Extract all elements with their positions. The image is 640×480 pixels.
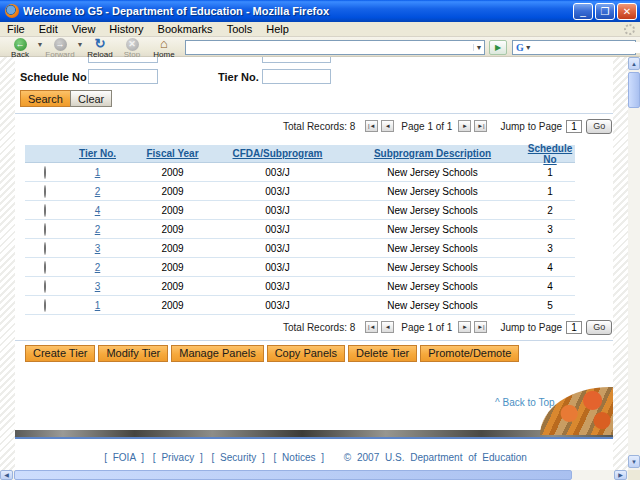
reload-button[interactable]: ↻ Reload [84,38,116,58]
scroll-down-icon[interactable]: ▼ [628,455,640,468]
tier-no-field[interactable] [262,69,331,84]
delete-tier-button[interactable]: Delete Tier [348,345,417,362]
url-bar: ▼ [185,40,485,55]
scroll-up-icon[interactable]: ▲ [628,57,640,70]
home-button[interactable]: ⌂ Home [148,38,180,58]
close-button[interactable]: ✕ [617,3,637,20]
first-page-button[interactable]: |◄ [365,120,378,132]
horizontal-scroll-thumb[interactable] [14,470,572,480]
menu-file[interactable]: File [0,23,32,35]
row-radio-button[interactable] [44,223,46,236]
first-page-button[interactable]: |◄ [365,321,378,333]
truncated-field-1[interactable] [88,57,158,63]
scrollbar-corner [628,470,640,480]
back-button[interactable]: ← Back [4,38,36,58]
horizontal-scrollbar[interactable]: ◀ ▶ [0,470,628,480]
description-cell: New Jersey Schools [340,262,525,273]
restore-button[interactable]: ❐ [595,3,615,20]
header-cfda-subprogram[interactable]: CFDA/Subprogram [215,148,340,159]
back-dropdown-icon[interactable]: ▼ [36,41,44,48]
table-header-row: Tier No. Fiscal Year CFDA/Subprogram Sub… [25,145,575,163]
privacy-link[interactable]: [ Privacy ] [153,452,203,463]
forward-dropdown-icon[interactable]: ▼ [76,41,84,48]
foia-link[interactable]: [ FOIA ] [104,452,144,463]
vertical-scrollbar[interactable]: ▲ ▼ [628,57,640,470]
table-row: 1 2009 003/J New Jersey Schools 5 [25,296,575,315]
notices-link[interactable]: [ Notices ] [274,452,324,463]
table-row: 2 2009 003/J New Jersey Schools 4 [25,258,575,277]
search-button[interactable]: Search [20,90,71,107]
go-button[interactable]: ▶ [489,40,507,55]
jump-to-page-label: Jump to Page [500,121,562,132]
web-search-input[interactable] [534,42,640,53]
tier-link[interactable]: 1 [95,300,101,311]
scroll-left-icon[interactable]: ◀ [0,470,13,480]
menu-view[interactable]: View [65,23,103,35]
search-engine-dropdown-icon[interactable]: ▼ [525,44,534,51]
cfda-cell: 003/J [215,262,340,273]
scroll-right-icon[interactable]: ▶ [614,470,627,480]
clear-button[interactable]: Clear [70,90,112,107]
next-page-button[interactable]: ► [458,120,471,132]
row-radio-button[interactable] [44,204,46,217]
back-to-top-link[interactable]: ^ Back to Top [495,397,555,408]
copy-panels-button[interactable]: Copy Panels [267,345,345,362]
tier-link[interactable]: 2 [95,186,101,197]
tier-no-label: Tier No. [218,71,259,83]
forward-button[interactable]: → Forward [44,38,76,58]
row-radio-button[interactable] [44,280,46,293]
cfda-cell: 003/J [215,205,340,216]
cfda-cell: 003/J [215,167,340,178]
truncated-field-2[interactable] [262,57,331,63]
schedule-cell: 1 [525,186,575,197]
tier-link[interactable]: 4 [95,205,101,216]
row-radio-button[interactable] [44,185,46,198]
menu-tools[interactable]: Tools [220,23,260,35]
tier-link[interactable]: 1 [95,167,101,178]
page-content: Schedule No Tier No. Search Clear Total … [0,57,628,470]
fiscal-year-cell: 2009 [130,186,215,197]
tier-link[interactable]: 3 [95,243,101,254]
cfda-cell: 003/J [215,300,340,311]
jump-go-button[interactable]: Go [586,320,612,335]
schedule-cell: 4 [525,281,575,292]
jump-go-button[interactable]: Go [586,119,612,134]
next-page-button[interactable]: ► [458,321,471,333]
row-radio-button[interactable] [44,242,46,255]
header-tier-no[interactable]: Tier No. [65,148,130,159]
url-dropdown-icon[interactable]: ▼ [473,44,484,51]
cfda-cell: 003/J [215,243,340,254]
header-fiscal-year[interactable]: Fiscal Year [130,148,215,159]
stop-button[interactable]: ✕ Stop [116,38,148,58]
tier-link[interactable]: 2 [95,224,101,235]
menu-history[interactable]: History [102,23,150,35]
last-page-button[interactable]: ►| [474,120,487,132]
minimize-button[interactable]: _ [573,3,593,20]
prev-page-button[interactable]: ◄ [381,321,394,333]
vertical-scroll-thumb[interactable] [628,72,640,108]
total-records: Total Records: 8 [283,121,355,132]
url-input[interactable] [186,42,473,53]
manage-panels-button[interactable]: Manage Panels [171,345,263,362]
row-radio-button[interactable] [44,299,46,312]
last-page-button[interactable]: ►| [474,321,487,333]
header-schedule-no[interactable]: Schedule No [525,143,575,165]
menu-bookmarks[interactable]: Bookmarks [151,23,220,35]
schedule-no-field[interactable] [88,69,158,84]
modify-tier-button[interactable]: Modify Tier [98,345,168,362]
header-subprogram-description[interactable]: Subprogram Description [340,148,525,159]
total-records: Total Records: 8 [283,322,355,333]
menu-edit[interactable]: Edit [32,23,65,35]
security-link[interactable]: [ Security ] [212,452,265,463]
jump-to-page-input[interactable] [566,321,582,334]
menu-help[interactable]: Help [259,23,296,35]
row-radio-button[interactable] [44,261,46,274]
tier-link[interactable]: 2 [95,262,101,273]
tier-link[interactable]: 3 [95,281,101,292]
row-radio-button[interactable] [44,166,46,179]
promote-demote-button[interactable]: Promote/Demote [420,345,519,362]
cfda-cell: 003/J [215,224,340,235]
create-tier-button[interactable]: Create Tier [25,345,95,362]
jump-to-page-input[interactable] [566,120,582,133]
prev-page-button[interactable]: ◄ [381,120,394,132]
